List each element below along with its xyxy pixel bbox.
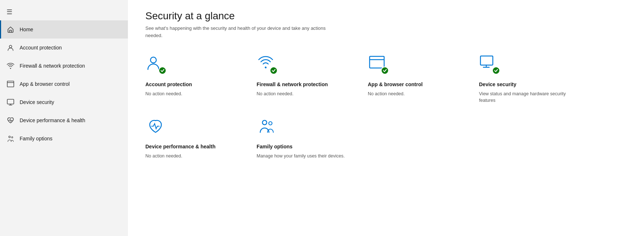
card-account-protection[interactable]: Account protection No action needed. xyxy=(145,53,248,104)
sidebar-item-app-browser-label: App & browser control xyxy=(20,81,70,87)
card-device-perf-subtitle: No action needed. xyxy=(145,153,248,160)
svg-point-11 xyxy=(269,122,272,125)
svg-rect-1 xyxy=(7,81,14,87)
sidebar-item-firewall[interactable]: Firewall & network protection xyxy=(0,57,128,75)
sidebar-item-family-label: Family options xyxy=(20,136,52,141)
person-icon xyxy=(7,44,15,52)
svg-point-6 xyxy=(150,57,156,63)
cards-grid: Account protection No action needed. Fir… xyxy=(145,53,581,159)
wifi-icon xyxy=(7,62,15,70)
sidebar-item-device-security[interactable]: Device security xyxy=(0,93,128,111)
svg-rect-3 xyxy=(7,99,14,104)
family-icon xyxy=(7,135,15,143)
card-app-browser-icon-area xyxy=(368,53,388,74)
card-account-protection-title: Account protection xyxy=(145,81,248,88)
svg-point-10 xyxy=(262,120,267,125)
card-firewall[interactable]: Firewall & network protection No action … xyxy=(257,53,359,104)
card-firewall-title: Firewall & network protection xyxy=(257,81,359,88)
hamburger-menu[interactable]: ☰ xyxy=(0,4,17,20)
sidebar: ☰ Home Account protection xyxy=(0,0,128,236)
main-content: Security at a glance See what's happenin… xyxy=(128,0,644,236)
card-device-security-subtitle: View status and manage hardware security… xyxy=(479,91,581,104)
sidebar-item-family[interactable]: Family options xyxy=(0,129,128,148)
svg-rect-9 xyxy=(480,56,493,65)
page-title: Security at a glance xyxy=(145,10,627,22)
card-app-browser-title: App & browser control xyxy=(368,81,470,88)
sidebar-item-device-perf[interactable]: Device performance & health xyxy=(0,111,128,129)
card-family[interactable]: Family options Manage how your family us… xyxy=(257,116,359,159)
check-badge xyxy=(158,67,166,75)
sidebar-item-device-perf-label: Device performance & health xyxy=(20,117,85,123)
sidebar-item-home[interactable]: Home xyxy=(0,20,128,39)
browser-icon xyxy=(7,80,15,88)
card-account-protection-subtitle: No action needed. xyxy=(145,91,248,97)
sidebar-item-home-label: Home xyxy=(20,27,33,32)
card-device-perf[interactable]: Device performance & health No action ne… xyxy=(145,116,248,159)
heart-monitor-icon xyxy=(7,116,15,124)
device-security-icon xyxy=(7,98,15,106)
check-badge-firewall xyxy=(270,67,278,75)
card-device-perf-title: Device performance & health xyxy=(145,143,248,151)
svg-point-4 xyxy=(9,136,11,138)
home-icon xyxy=(7,25,15,33)
card-app-browser-subtitle: No action needed. xyxy=(368,91,470,97)
card-family-title: Family options xyxy=(257,143,359,151)
sidebar-item-account-protection[interactable]: Account protection xyxy=(0,39,128,57)
page-subtitle: See what's happening with the security a… xyxy=(145,25,327,39)
card-device-security-title: Device security xyxy=(479,81,581,88)
svg-point-0 xyxy=(9,45,12,48)
sidebar-item-account-protection-label: Account protection xyxy=(20,45,62,51)
svg-point-5 xyxy=(12,137,13,138)
sidebar-item-firewall-label: Firewall & network protection xyxy=(20,63,85,69)
card-device-security[interactable]: Device security View status and manage h… xyxy=(479,53,581,104)
svg-rect-7 xyxy=(370,56,384,68)
card-account-protection-icon-area xyxy=(145,53,166,74)
card-device-perf-icon-area xyxy=(145,116,166,136)
card-family-subtitle: Manage how your family uses their device… xyxy=(257,153,359,160)
check-badge-device-security xyxy=(492,67,500,75)
card-family-icon-area xyxy=(257,116,277,136)
card-device-security-icon-area xyxy=(479,53,499,74)
card-firewall-subtitle: No action needed. xyxy=(257,91,359,97)
card-firewall-icon-area xyxy=(257,53,277,74)
sidebar-item-device-security-label: Device security xyxy=(20,99,54,105)
card-app-browser[interactable]: App & browser control No action needed. xyxy=(368,53,470,104)
check-badge-app-browser xyxy=(381,67,389,75)
sidebar-item-app-browser[interactable]: App & browser control xyxy=(0,75,128,93)
